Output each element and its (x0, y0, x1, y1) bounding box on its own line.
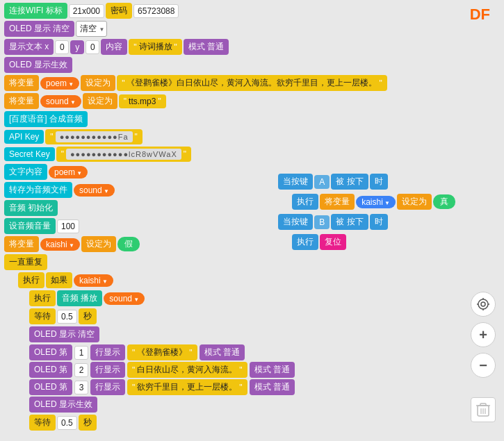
zoom-in-icon[interactable]: + (471, 322, 496, 347)
set-as2-label: 设定为 (83, 93, 117, 109)
wifi-status: 密码 (106, 3, 132, 19)
btn-a-time: 时 (370, 174, 388, 190)
mode-label[interactable]: 模式 普通 (184, 39, 229, 55)
reset-block[interactable]: 复位 (320, 234, 346, 250)
oled-line2-num[interactable]: 2 (74, 363, 88, 377)
api-key-val: "●●●●●●●●●●●Fa" (45, 129, 142, 144)
sound-val: "tts.mp3" (119, 94, 166, 108)
wifi-row: 连接WIFI 标标 21x000 密码 65723088 (4, 3, 455, 19)
save-audio-var[interactable]: sound (74, 184, 115, 197)
right-toolbar: + − (462, 0, 504, 441)
oled-line2-label: OLED 第 (29, 362, 72, 378)
oled-line2-val: "白日依山尽，黄河入海流。" (127, 362, 247, 378)
y-label: y (70, 40, 84, 54)
secret-key-row: Secret Key "●●●●●●●●●●●lcR8wVWaX" (4, 147, 455, 162)
poem-var[interactable]: poem (40, 77, 79, 90)
btn-b-press: 被 按下 (331, 214, 368, 230)
audio-init-block[interactable]: 音频 初始化 (4, 200, 58, 216)
svg-rect-8 (480, 403, 486, 406)
btn-a-exec: 执行 (292, 194, 318, 210)
poem-val: "《登鹳雀楼》白日依山尽，黄河入海流。欲穷千里目，更上一层楼。" (117, 75, 387, 91)
main-container: DF 连接WIFI 标标 21x000 密码 65723088 OLED 显示 … (0, 0, 504, 441)
content-label: 内容 (101, 39, 127, 55)
set-sound-block[interactable]: 将变量 (4, 93, 39, 109)
baidu-block[interactable]: [百度语音] 合成音频 (4, 111, 88, 127)
oled-line1-mode[interactable]: 模式 普通 (200, 344, 245, 360)
x-val[interactable]: 0 (55, 40, 69, 54)
secret-key-label: Secret Key (4, 147, 55, 161)
oled-line2-show: 行显示 (90, 362, 125, 378)
audio-play-label[interactable]: 音频 播放 (57, 290, 102, 306)
audio-play-var[interactable]: sound (104, 292, 145, 305)
zoom-out-icon[interactable]: − (471, 353, 496, 378)
btn-a-block[interactable]: 当按键 (278, 174, 313, 190)
set-as3-label: 设定为 (81, 236, 116, 252)
oled-line3-show: 行显示 (90, 379, 125, 395)
wait2-val[interactable]: 0.5 (57, 416, 77, 430)
btn-a[interactable]: A (314, 175, 330, 189)
kaishi2-var[interactable]: kaishi (356, 196, 396, 208)
btn-a-row: 当按键 A 被 按下 时 (278, 174, 455, 190)
kaishi-var[interactable]: kaishi (40, 238, 80, 251)
wifi-code[interactable]: 21x000 (69, 4, 104, 18)
volume-val[interactable]: 100 (57, 219, 79, 233)
wifi-num[interactable]: 65723088 (133, 4, 179, 18)
oled-line3-row: OLED 第 3 行显示 "欲穷千里目，更上一层楼。" 模式 普通 (4, 379, 455, 395)
wait2-unit: 秒 (79, 415, 97, 431)
repeat-label-row: 一直重复 (4, 254, 455, 270)
wait-row: 等待 0.5 秒 (4, 308, 455, 324)
y-val[interactable]: 0 (86, 40, 99, 54)
exec2-label: 执行 (29, 290, 56, 306)
set-kaishi2-block[interactable]: 将变量 (320, 194, 355, 210)
if-var[interactable]: kaishi (74, 274, 113, 287)
btn-b-row: 当按键 B 被 按下 时 (278, 214, 455, 230)
wait-unit: 秒 (79, 308, 97, 324)
show-text-block[interactable]: 显示文本 x (4, 39, 54, 55)
oled-line2-mode[interactable]: 模式 普通 (250, 362, 295, 378)
repeat-block[interactable]: 一直重复 (4, 254, 47, 270)
oled-line3-label: OLED 第 (29, 379, 72, 395)
svg-point-1 (481, 302, 485, 306)
oled-clear1-dropdown[interactable]: 清空 (76, 21, 107, 37)
oled-clear2-block[interactable]: OLED 显示 清空 (29, 326, 99, 342)
set-as4: 设定为 (397, 194, 432, 210)
oled-clear2-row: OLED 显示 清空 (4, 326, 455, 342)
btn-b-time: 时 (370, 214, 388, 230)
oled-line3-num[interactable]: 3 (74, 381, 88, 394)
btn-a-press: 被 按下 (331, 174, 368, 190)
wait2-row: 等待 0.5 秒 (4, 415, 455, 431)
wait-val[interactable]: 0.5 (57, 310, 77, 324)
oled-line1-label: OLED 第 (29, 344, 72, 360)
oled-line1-num[interactable]: 1 (74, 346, 88, 360)
sound-var[interactable]: sound (40, 95, 81, 108)
text-content-var[interactable]: poem (49, 166, 88, 178)
trash-icon[interactable] (471, 397, 496, 422)
btn-b-exec: 执行 (292, 234, 318, 250)
set-as-label: 设定为 (81, 75, 115, 91)
set-kaishi-block[interactable]: 将变量 (4, 236, 39, 252)
target-icon[interactable] (471, 292, 496, 317)
btn-a-exec-row: 执行 将变量 kaishi 设定为 真 (278, 194, 455, 210)
api-key-row: API Key "●●●●●●●●●●●Fa" (4, 129, 455, 144)
wifi-block[interactable]: 连接WIFI 标标 (4, 3, 67, 19)
oled-effect2-block[interactable]: OLED 显示生效 (29, 397, 97, 413)
oled-effect2-row: OLED 显示生效 (4, 397, 455, 413)
btn-b[interactable]: B (314, 215, 330, 229)
wait2-block[interactable]: 等待 (29, 415, 56, 431)
oled-line3-val: "欲穷千里目，更上一层楼。" (127, 379, 247, 395)
oled-line3-mode[interactable]: 模式 普通 (250, 379, 295, 395)
oled-effect1-block[interactable]: OLED 显示生效 (4, 57, 72, 73)
oled-clear1-block[interactable]: OLED 显示 清空 (4, 21, 74, 37)
if-block[interactable]: 如果 (46, 272, 72, 288)
baidu-row: [百度语音] 合成音频 (4, 111, 455, 127)
api-key-label: API Key (4, 130, 44, 144)
kaishi2-val: 真 (433, 194, 455, 209)
kaishi-val: 假 (117, 237, 140, 251)
oled-clear1-row: OLED 显示 清空 清空 (4, 21, 455, 37)
set-poem-block[interactable]: 将变量 (4, 75, 39, 91)
wait-block[interactable]: 等待 (29, 308, 56, 324)
btn-b-block[interactable]: 当按键 (278, 214, 313, 230)
oled-line1-show: 行显示 (90, 344, 125, 360)
text-content-label: 文字内容 (4, 164, 47, 180)
exec-if-row: 执行 如果 kaishi (4, 272, 455, 288)
